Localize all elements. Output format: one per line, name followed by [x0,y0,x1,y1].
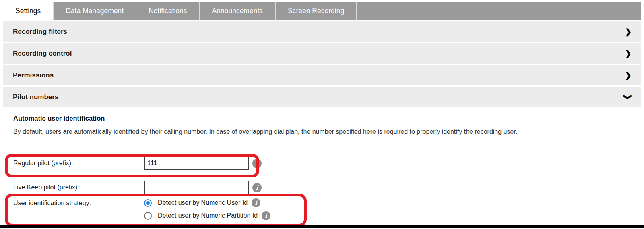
tab-screen-recording[interactable]: Screen Recording [276,2,357,20]
bottom-crop-bar [0,225,644,228]
section-permissions[interactable]: Permissions ❯ [3,65,641,85]
strategy-option-numeric-user-id: Detect user by Numeric User Id i [144,198,260,207]
tab-settings[interactable]: Settings [3,2,53,20]
info-icon[interactable]: i [252,198,260,207]
auto-user-identification-heading: Automatic user identification [13,114,105,122]
settings-page: Settings Data Management Notifications A… [0,0,644,229]
chevron-right-icon: ❯ [625,50,632,57]
chevron-down-icon: ❯ [625,94,632,100]
section-pilot-numbers-label: Pilot numbers [13,93,58,101]
regular-pilot-label: Regular pilot (prefix): [13,160,73,167]
tab-announcements[interactable]: Announcements [200,2,276,20]
radio-numeric-partition-id[interactable] [144,212,152,220]
tab-data-management[interactable]: Data Management [53,2,136,20]
tab-bar: Settings Data Management Notifications A… [3,2,641,20]
section-recording-filters[interactable]: Recording filters ❯ [3,21,641,42]
auto-user-identification-description: By default, users are automatically iden… [13,127,619,136]
tab-notifications[interactable]: Notifications [136,2,200,20]
live-keep-pilot-input[interactable] [144,181,249,194]
page-left-border [1,0,1,229]
radio-numeric-user-id-label: Detect user by Numeric User Id [158,199,248,206]
live-keep-pilot-label: Live Keep pilot (prefix): [13,184,79,191]
chevron-right-icon: ❯ [625,28,632,35]
info-icon[interactable]: i [262,211,270,220]
regular-pilot-input[interactable] [144,156,249,170]
section-pilot-numbers[interactable]: Pilot numbers ❯ [3,87,641,107]
strategy-option-numeric-partition-id: Detect user by Numeric Partition Id i [144,211,270,220]
user-identification-strategy-label: User identification strategy: [13,200,91,207]
section-recording-filters-label: Recording filters [13,28,67,36]
chevron-right-icon: ❯ [625,71,632,79]
radio-numeric-user-id[interactable] [144,199,152,207]
section-recording-control-label: Recording control [13,50,72,58]
info-icon[interactable]: i [252,183,262,192]
radio-numeric-partition-id-label: Detect user by Numeric Partition Id [158,212,258,219]
info-icon[interactable]: i [252,159,262,168]
section-permissions-label: Permissions [13,71,54,79]
section-recording-control[interactable]: Recording control ❯ [3,43,641,64]
